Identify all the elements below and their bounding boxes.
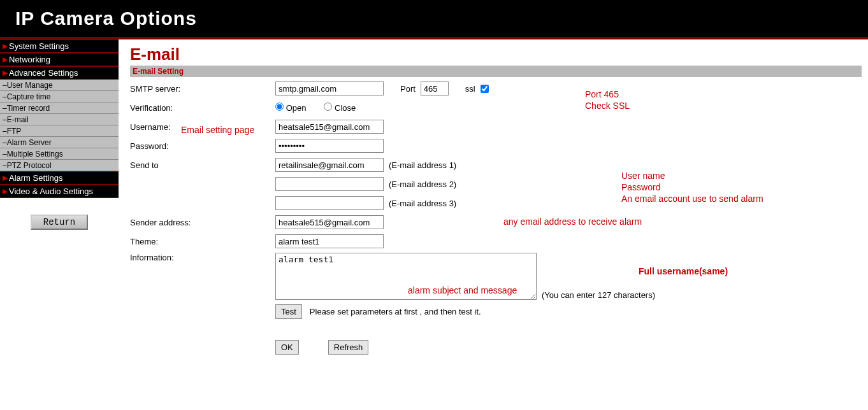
radio-open-wrap[interactable]: Open [275, 102, 306, 113]
label-port: Port [400, 84, 416, 94]
sidebar-item-system-settings[interactable]: ▶System Settings [0, 39, 119, 53]
sendto1-input[interactable] [275, 158, 384, 172]
ok-button[interactable]: OK [275, 340, 299, 355]
sidebar-item-user-manage[interactable]: –User Manage [0, 80, 119, 91]
password-input[interactable] [275, 139, 384, 153]
sidebar-item-ptz-protocol[interactable]: –PTZ Protocol [0, 160, 119, 171]
label-sender: Sender address: [130, 218, 275, 227]
app-header: IP Camera Options [0, 0, 868, 39]
sidebar: ▶System Settings ▶Networking ▶Advanced S… [0, 39, 119, 358]
row-sendto2: (E-mail address 2) [130, 176, 862, 192]
sidebar-item-capture-time[interactable]: –Capture time [0, 91, 119, 102]
annotation-arrows [0, 358, 868, 410]
row-sendto3: (E-mail address 3) [130, 195, 862, 211]
section-header: E-mail Setting [130, 66, 862, 77]
caret-right-icon: ▶ [3, 55, 8, 64]
label-ssl: ssl [465, 84, 475, 94]
sidebar-item-alarm-server[interactable]: –Alarm Server [0, 137, 119, 148]
sidebar-item-advanced-settings[interactable]: ▶Advanced Settings [0, 66, 119, 80]
content-area: E-mail E-mail Setting SMTP server: Port … [119, 39, 868, 358]
row-username: Username: [130, 119, 862, 134]
sendto2-input[interactable] [275, 177, 384, 191]
sidebar-item-networking[interactable]: ▶Networking [0, 53, 119, 66]
sidebar-item-alarm-settings[interactable]: ▶Alarm Settings [0, 171, 119, 185]
test-hint: Please set parameters at first , and the… [310, 307, 481, 316]
caret-right-icon: ▶ [3, 187, 8, 195]
row-smtp: SMTP server: Port ssl [130, 81, 862, 96]
smtp-input[interactable] [275, 81, 384, 95]
hint-chars: (You can enter 127 characters) [542, 290, 655, 300]
caret-right-icon: ▶ [3, 42, 8, 50]
ssl-checkbox[interactable] [481, 85, 489, 93]
row-info: Information: (You can enter 127 characte… [130, 253, 862, 300]
username-input[interactable] [275, 120, 384, 134]
radio-open[interactable] [275, 102, 284, 111]
label-username: Username: [130, 122, 275, 132]
return-button[interactable]: Return [31, 215, 88, 230]
caret-right-icon: ▶ [3, 69, 8, 77]
row-verification: Verification: Open Close [130, 100, 862, 115]
row-test: Test Please set parameters at first , an… [130, 304, 862, 319]
row-sender: Sender address: [130, 215, 862, 230]
row-sendto1: Send to (E-mail address 1) [130, 157, 862, 173]
hint-addr1: (E-mail address 1) [389, 160, 456, 170]
info-textarea[interactable] [275, 253, 537, 300]
sidebar-item-ftp[interactable]: –FTP [0, 125, 119, 137]
label-info: Information: [130, 253, 275, 262]
hint-addr3: (E-mail address 3) [389, 199, 456, 208]
sidebar-item-multiple-settings[interactable]: –Multiple Settings [0, 148, 119, 160]
app-title: IP Camera Options [15, 8, 197, 29]
label-theme: Theme: [130, 237, 275, 246]
radio-close[interactable] [324, 102, 332, 111]
page-title: E-mail [130, 45, 862, 64]
sendto3-input[interactable] [275, 196, 384, 210]
sidebar-item-timer-record[interactable]: –Timer record [0, 102, 119, 114]
label-password: Password: [130, 141, 275, 151]
hint-addr2: (E-mail address 2) [389, 180, 456, 189]
label-verification: Verification: [130, 103, 275, 113]
radio-close-wrap[interactable]: Close [324, 102, 356, 113]
sidebar-item-email[interactable]: –E-mail [0, 114, 119, 125]
port-input[interactable] [421, 81, 449, 95]
row-actions: OK Refresh [130, 339, 862, 355]
label-sendto: Send to [130, 160, 275, 170]
row-theme: Theme: [130, 234, 862, 249]
refresh-button[interactable]: Refresh [328, 340, 369, 355]
label-smtp: SMTP server: [130, 84, 275, 94]
sidebar-item-video-audio-settings[interactable]: ▶Video & Audio Settings [0, 185, 119, 198]
sender-input[interactable] [275, 215, 384, 229]
caret-right-icon: ▶ [3, 174, 8, 182]
row-password: Password: [130, 138, 862, 153]
test-button[interactable]: Test [275, 304, 302, 319]
theme-input[interactable] [275, 234, 384, 248]
